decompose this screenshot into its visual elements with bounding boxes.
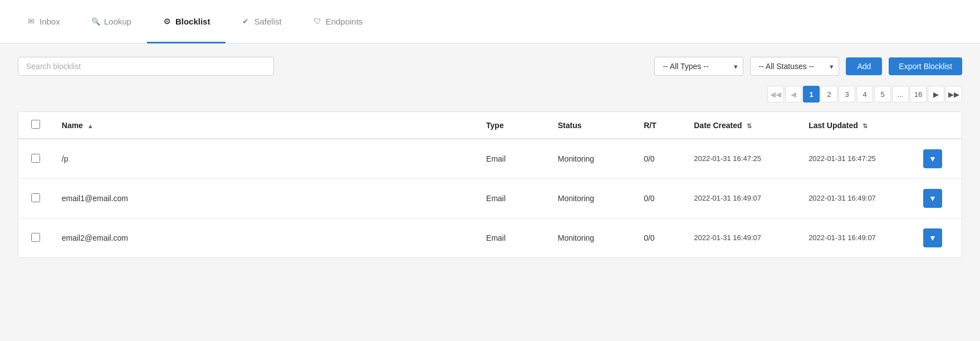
tab-safelist-label: Safelist xyxy=(254,17,281,26)
status-filter-wrapper: -- All Statuses -- xyxy=(750,57,839,76)
page-5-button[interactable]: 5 xyxy=(874,86,891,103)
table-header-row: Name ▲ Type Status R/T Date Created ⇅ xyxy=(18,112,962,139)
row-type-2: Email xyxy=(477,218,549,258)
row-name-0: /p xyxy=(53,139,477,179)
row-date-created-0: 2022-01-31 16:47:25 xyxy=(685,139,800,179)
page-16-button[interactable]: 16 xyxy=(910,86,927,103)
endpoints-icon: 🛡 xyxy=(313,17,322,26)
row-status-1: Monitoring xyxy=(549,179,635,218)
blocklist-table: Name ▲ Type Status R/T Date Created ⇅ xyxy=(18,112,962,257)
blocklist-table-container: Name ▲ Type Status R/T Date Created ⇅ xyxy=(18,111,962,258)
type-filter-wrapper: -- All Types -- xyxy=(654,57,743,76)
select-all-header xyxy=(18,112,53,139)
search-box xyxy=(18,57,274,76)
row-status-0: Monitoring xyxy=(549,139,635,179)
tab-lookup-label: Lookup xyxy=(104,17,131,26)
pagination: ◀◀ ◀ 1 2 3 4 5 ... 16 ▶ ▶▶ xyxy=(18,86,962,103)
search-input[interactable] xyxy=(18,57,274,76)
tab-safelist[interactable]: ✔ Safelist xyxy=(226,1,297,43)
row-status-2: Monitoring xyxy=(549,218,635,258)
status-filter[interactable]: -- All Statuses -- xyxy=(750,57,839,76)
add-button[interactable]: Add xyxy=(846,57,882,75)
row-action-button-2[interactable]: ▼ xyxy=(923,228,942,247)
col-header-last-updated[interactable]: Last Updated ⇅ xyxy=(800,112,914,139)
page-2-button[interactable]: 2 xyxy=(821,86,837,103)
row-action-button-0[interactable]: ▼ xyxy=(923,149,942,168)
type-filter[interactable]: -- All Types -- xyxy=(654,57,743,76)
select-all-checkbox[interactable] xyxy=(31,120,40,129)
table-row: email1@email.com Email Monitoring 0/0 20… xyxy=(18,179,962,218)
tab-inbox-label: Inbox xyxy=(40,17,60,26)
row-checkbox-cell xyxy=(18,179,53,218)
page-prev-button[interactable]: ◀ xyxy=(785,86,802,103)
tab-blocklist[interactable]: ⊙ Blocklist xyxy=(147,1,226,43)
row-rt-0: 0/0 xyxy=(635,139,685,179)
row-action-button-1[interactable]: ▼ xyxy=(923,189,942,208)
lookup-icon: 🔍 xyxy=(91,17,100,26)
row-checkbox-cell xyxy=(18,218,53,258)
tab-endpoints[interactable]: 🛡 Endpoints xyxy=(297,1,379,43)
export-button[interactable]: Export Blocklist xyxy=(889,57,962,75)
col-header-status: Status xyxy=(549,112,635,139)
date-created-sort-icon: ⇅ xyxy=(747,123,752,130)
page-first-button[interactable]: ◀◀ xyxy=(767,86,784,103)
page-next-button[interactable]: ▶ xyxy=(928,86,944,103)
row-name-2: email2@email.com xyxy=(53,218,477,258)
row-date-created-2: 2022-01-31 16:49:07 xyxy=(685,218,800,258)
page-last-button[interactable]: ▶▶ xyxy=(945,86,962,103)
tab-endpoints-label: Endpoints xyxy=(326,17,363,26)
row-checkbox-0[interactable] xyxy=(31,154,40,163)
col-header-name[interactable]: Name ▲ xyxy=(53,112,477,139)
row-action-cell-1: ▼ xyxy=(914,179,962,218)
col-header-action xyxy=(914,112,962,139)
row-last-updated-1: 2022-01-31 16:49:07 xyxy=(800,179,914,218)
row-action-cell-0: ▼ xyxy=(914,139,962,179)
top-navigation: ✉ Inbox 🔍 Lookup ⊙ Blocklist ✔ Safelist … xyxy=(0,0,980,43)
table-row: /p Email Monitoring 0/0 2022-01-31 16:47… xyxy=(18,139,962,179)
row-type-0: Email xyxy=(477,139,549,179)
table-row: email2@email.com Email Monitoring 0/0 20… xyxy=(18,218,962,258)
row-name-1: email1@email.com xyxy=(53,179,477,218)
row-last-updated-0: 2022-01-31 16:47:25 xyxy=(800,139,914,179)
col-header-type: Type xyxy=(477,112,549,139)
name-sort-icon: ▲ xyxy=(87,123,94,129)
blocklist-icon: ⊙ xyxy=(163,17,171,26)
page-1-button[interactable]: 1 xyxy=(803,86,820,103)
row-rt-1: 0/0 xyxy=(635,179,685,218)
row-checkbox-2[interactable] xyxy=(31,233,40,242)
row-rt-2: 0/0 xyxy=(635,218,685,258)
row-action-cell-2: ▼ xyxy=(914,218,962,258)
safelist-icon: ✔ xyxy=(241,17,250,26)
page-3-button[interactable]: 3 xyxy=(839,86,855,103)
tab-inbox[interactable]: ✉ Inbox xyxy=(11,1,76,43)
row-last-updated-2: 2022-01-31 16:49:07 xyxy=(800,218,914,258)
tab-blocklist-label: Blocklist xyxy=(175,17,210,26)
row-date-created-1: 2022-01-31 16:49:07 xyxy=(685,179,800,218)
tab-lookup[interactable]: 🔍 Lookup xyxy=(76,1,147,43)
toolbar: -- All Types -- -- All Statuses -- Add E… xyxy=(18,57,962,76)
page-4-button[interactable]: 4 xyxy=(856,86,873,103)
page-ellipsis: ... xyxy=(892,86,909,103)
col-header-rt: R/T xyxy=(635,112,685,139)
last-updated-sort-icon: ⇅ xyxy=(863,123,868,130)
inbox-icon: ✉ xyxy=(27,17,36,26)
row-type-1: Email xyxy=(477,179,549,218)
main-content: -- All Types -- -- All Statuses -- Add E… xyxy=(0,43,980,271)
row-checkbox-cell xyxy=(18,139,53,179)
col-header-date-created[interactable]: Date Created ⇅ xyxy=(685,112,800,139)
row-checkbox-1[interactable] xyxy=(31,193,40,202)
table-body: /p Email Monitoring 0/0 2022-01-31 16:47… xyxy=(18,139,962,257)
